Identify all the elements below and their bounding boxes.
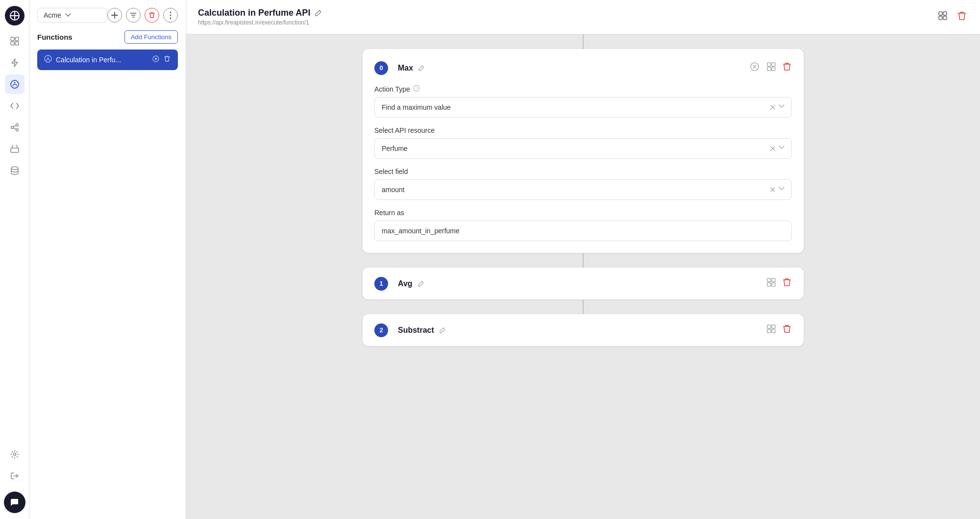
- sidebar-item-settings[interactable]: [5, 445, 24, 464]
- step-0-grid-button[interactable]: [765, 61, 777, 75]
- step-badge-2: 2: [374, 323, 388, 337]
- sidebar-item-logout[interactable]: [5, 466, 24, 486]
- svg-point-22: [170, 12, 172, 13]
- step-0-close-circle-button[interactable]: [749, 61, 760, 75]
- main-title: Calculation in Perfume API: [198, 8, 310, 18]
- step-1-delete-button[interactable]: [782, 277, 792, 290]
- return-as-group: Return as: [374, 209, 792, 241]
- sidebar-item-connections[interactable]: [5, 118, 24, 137]
- svg-rect-14: [11, 148, 19, 152]
- svg-rect-36: [772, 67, 775, 71]
- chat-button[interactable]: [4, 492, 25, 513]
- step-2-grid-button[interactable]: [765, 323, 777, 337]
- api-resource-group: Select API resource Perfume: [374, 126, 792, 159]
- svg-line-13: [13, 128, 16, 129]
- step-card-actions-0: [749, 61, 792, 75]
- api-resource-clear-icon[interactable]: [770, 146, 776, 151]
- return-as-input[interactable]: [374, 221, 792, 241]
- connector-line-top: [583, 34, 584, 49]
- select-field-chevron-icon: [779, 187, 784, 191]
- step-1-edit-icon[interactable]: [417, 280, 424, 287]
- svg-point-8: [14, 82, 15, 84]
- more-options-button[interactable]: [163, 8, 178, 23]
- delete-button[interactable]: [145, 8, 159, 23]
- add-item-button[interactable]: [107, 8, 122, 23]
- svg-text:?: ?: [415, 86, 417, 91]
- svg-point-10: [16, 124, 18, 126]
- action-type-group: Action Type ? Find a maximum value: [374, 85, 792, 118]
- step-2-edit-icon[interactable]: [439, 327, 446, 334]
- svg-rect-42: [772, 283, 775, 286]
- sidebar-item-dashboard[interactable]: [5, 31, 24, 51]
- connector-line-1: [583, 253, 584, 268]
- sidebar-item-database[interactable]: [5, 161, 24, 180]
- sidebar-item-functions[interactable]: [5, 74, 24, 94]
- step-card-actions-2: [765, 323, 792, 337]
- svg-point-11: [16, 129, 18, 131]
- step-name-2: Substract: [398, 326, 434, 335]
- sidebar-icons: [107, 8, 178, 23]
- main-header-actions: [936, 9, 968, 25]
- app-logo[interactable]: [5, 6, 24, 25]
- svg-rect-6: [15, 42, 19, 45]
- api-resource-value: Perfume: [382, 145, 770, 152]
- action-type-select[interactable]: Find a maximum value: [374, 97, 792, 118]
- svg-rect-4: [15, 37, 19, 41]
- step-0-delete-button[interactable]: [782, 61, 792, 74]
- workspace-select-value: Acme: [44, 11, 61, 19]
- action-type-clear-icon[interactable]: [770, 104, 776, 110]
- select-field-select[interactable]: amount: [374, 179, 792, 200]
- svg-point-26: [48, 57, 49, 59]
- sidebar-item-store[interactable]: [5, 139, 24, 159]
- step-card-1: 1 Avg: [363, 268, 804, 299]
- workspace-select[interactable]: Acme: [37, 8, 107, 23]
- function-item-icon: [44, 55, 52, 65]
- select-field-group: Select field amount: [374, 168, 792, 200]
- svg-point-9: [11, 126, 13, 129]
- functions-title: Functions: [37, 33, 73, 41]
- svg-rect-31: [943, 16, 947, 20]
- sidebar-header: Acme: [37, 8, 178, 23]
- filter-button[interactable]: [126, 8, 141, 23]
- step-card-2: 2 Substract: [363, 314, 804, 346]
- svg-rect-29: [943, 12, 947, 15]
- sidebar: Acme Functions Add Functions Calculation…: [29, 0, 186, 519]
- action-type-value: Find a maximum value: [382, 103, 770, 111]
- api-resource-select[interactable]: Perfume: [374, 138, 792, 159]
- title-edit-icon[interactable]: [314, 9, 322, 17]
- function-item-label: Calculation in Perfu...: [56, 56, 147, 64]
- main-url: https://api.fireapistest.in/execute/func…: [198, 19, 322, 26]
- step-0-edit-icon[interactable]: [418, 65, 425, 72]
- svg-point-24: [170, 18, 172, 19]
- function-list-item[interactable]: Calculation in Perfu...: [37, 49, 178, 70]
- step-name-0: Max: [398, 64, 413, 73]
- step-card-actions-1: [765, 276, 792, 291]
- step-card-header-2: 2 Substract: [374, 323, 792, 337]
- svg-rect-40: [772, 278, 775, 282]
- select-field-clear-icon[interactable]: [770, 187, 776, 193]
- function-play-button[interactable]: [151, 54, 160, 65]
- header-delete-button[interactable]: [956, 9, 968, 25]
- svg-rect-5: [11, 42, 14, 45]
- step-2-delete-button[interactable]: [782, 323, 792, 337]
- svg-point-15: [11, 167, 18, 170]
- select-field-value: amount: [382, 186, 770, 194]
- main-content: Calculation in Perfume API https://api.f…: [186, 0, 980, 519]
- sidebar-item-bolt[interactable]: [5, 53, 24, 73]
- svg-rect-33: [767, 63, 771, 66]
- step-badge-0: 0: [374, 61, 388, 75]
- function-delete-button[interactable]: [163, 54, 171, 65]
- header-grid-button[interactable]: [936, 9, 950, 25]
- svg-rect-41: [767, 283, 771, 286]
- step-1-grid-button[interactable]: [765, 276, 777, 291]
- step-card-header-1: 1 Avg: [374, 276, 792, 291]
- svg-rect-45: [767, 329, 771, 333]
- icon-bar-bottom: [4, 445, 25, 513]
- steps-container: 0 Max: [186, 34, 980, 519]
- svg-rect-28: [939, 12, 942, 15]
- add-functions-button[interactable]: Add Functions: [124, 30, 178, 44]
- sidebar-item-code[interactable]: [5, 96, 24, 116]
- api-resource-label: Select API resource: [374, 126, 792, 134]
- svg-point-25: [45, 55, 51, 62]
- api-resource-chevron-icon: [779, 146, 784, 149]
